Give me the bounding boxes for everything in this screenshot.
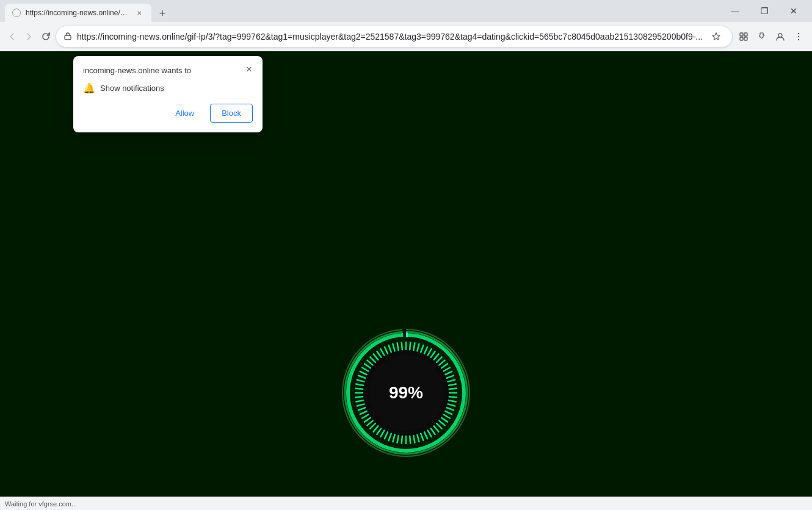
nav-bar: https://incoming-news.online/gif-lp/3/?t… [0,22,812,51]
allow-button[interactable]: Allow [164,104,205,123]
svg-line-83 [402,342,402,350]
active-tab[interactable]: https://incoming-news.online/gi... ✕ [5,4,151,22]
new-tab-button[interactable]: + [154,5,171,22]
svg-line-65 [355,397,363,397]
svg-point-7 [798,36,799,37]
progress-ring: 99% [339,326,473,460]
svg-rect-4 [744,37,747,40]
right-nav-icons [735,28,807,45]
page-content: × incoming-news.online wants to 🔔 Show n… [0,51,812,497]
minimize-button[interactable]: — [722,0,749,22]
puzzle-button[interactable] [753,28,770,45]
tab-close-button[interactable]: ✕ [134,8,144,18]
svg-line-67 [355,389,363,389]
url-text: https://incoming-news.online/gif-lp/3/?t… [77,32,703,41]
popup-title: incoming-news.online wants to [83,66,253,75]
menu-button[interactable] [790,28,807,45]
browser-frame: https://incoming-news.online/gi... ✕ + —… [0,0,812,510]
reload-button[interactable] [38,26,53,48]
svg-rect-2 [744,33,747,36]
status-bar: Waiting for vfgrse.com... [0,497,812,510]
address-bar[interactable]: https://incoming-news.online/gif-lp/3/?t… [56,26,733,48]
bell-icon: 🔔 [83,82,95,94]
svg-rect-0 [65,35,71,40]
svg-point-5 [778,34,782,37]
svg-line-31 [449,397,457,397]
popup-buttons: Allow Block [83,104,253,123]
popup-close-button[interactable]: × [242,62,256,77]
forward-button[interactable] [22,26,37,48]
svg-rect-1 [740,33,743,36]
svg-point-8 [798,39,799,40]
svg-rect-3 [740,37,743,40]
maximize-button[interactable]: ❐ [751,0,778,22]
notification-popup: × incoming-news.online wants to 🔔 Show n… [73,56,263,132]
svg-line-49 [402,436,402,444]
tab-title: https://incoming-news.online/gi... [26,9,129,17]
star-button[interactable] [708,28,725,45]
tab-favicon [12,9,21,17]
progress-text: 99% [389,383,423,403]
profile-button[interactable] [772,28,789,45]
popup-option: 🔔 Show notifications [83,82,253,94]
window-controls: — ❐ ✕ [722,0,807,22]
title-bar: https://incoming-news.online/gi... ✕ + —… [0,0,812,22]
loading-container: 99% [339,326,473,460]
svg-point-6 [798,33,799,34]
address-icons [708,28,725,45]
back-button[interactable] [5,26,20,48]
svg-line-29 [449,389,457,389]
tab-strip: https://incoming-news.online/gi... ✕ + [5,0,717,22]
status-text: Waiting for vfgrse.com... [5,500,77,508]
block-button[interactable]: Block [210,104,253,123]
extensions-button[interactable] [735,28,752,45]
close-button[interactable]: ✕ [780,0,807,22]
svg-line-13 [410,342,410,350]
svg-line-47 [410,436,410,444]
lock-icon [63,32,72,42]
popup-option-label: Show notifications [100,84,164,93]
